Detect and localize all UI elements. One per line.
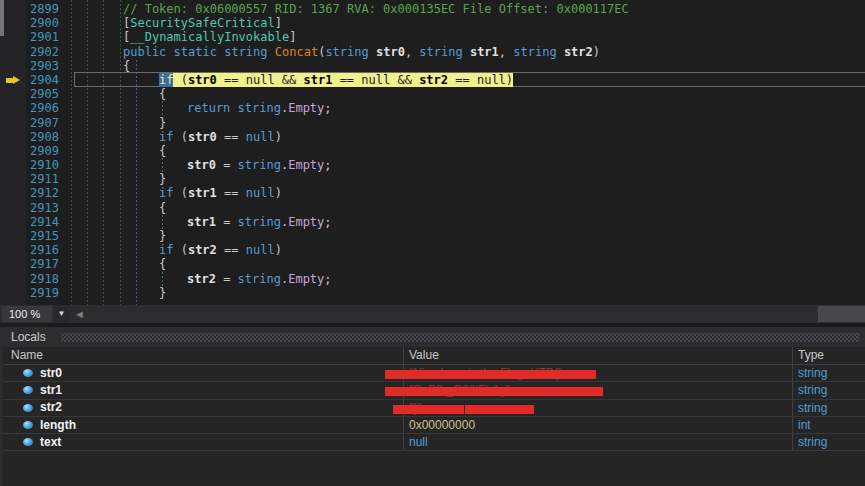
code-token: str2: [564, 45, 593, 59]
locals-panel: Locals Name Value Type str0"Nice here is…: [0, 323, 865, 486]
current-statement-keyword: if: [159, 73, 173, 87]
code-token: {: [159, 257, 166, 271]
code-line[interactable]: 2916if (str2 == null): [0, 243, 865, 257]
code-token: ): [275, 130, 282, 144]
code-line[interactable]: 2914str1 = string.Empty;: [0, 215, 865, 229]
field-icon: [23, 369, 33, 377]
code-token: str0: [187, 158, 216, 172]
variable-name-cell[interactable]: length: [3, 417, 403, 433]
column-header-name[interactable]: Name: [3, 347, 403, 364]
code-line[interactable]: 2906return string.Empty;: [0, 101, 865, 115]
code-token: str2: [419, 73, 448, 87]
code-token: [166, 45, 173, 59]
code-token: [557, 45, 564, 59]
code-line[interactable]: 2915}: [0, 229, 865, 243]
code-line[interactable]: 2909{: [0, 144, 865, 158]
code-token: public: [123, 45, 166, 59]
code-token: // Token: 0x06000557 RID: 1367 RVA: 0x00…: [123, 2, 629, 16]
line-number: 2899: [0, 2, 62, 16]
zoom-dropdown-button[interactable]: ▼: [54, 306, 69, 322]
code-token: __DynamicallyInvokable: [130, 30, 289, 44]
code-line[interactable]: 2905{: [0, 87, 865, 101]
code-token: str0: [376, 45, 405, 59]
code-token: {: [159, 201, 166, 215]
code-line[interactable]: 2910str0 = string.Empty;: [0, 158, 865, 172]
column-header-value[interactable]: Value: [403, 347, 792, 364]
line-number: 2916: [0, 243, 62, 257]
code-line[interactable]: 2918str2 = string.Empty;: [0, 272, 865, 286]
code-line[interactable]: 2912if (str1 == null): [0, 186, 865, 200]
code-line[interactable]: 2904if (str0 == null && str1 == null && …: [0, 73, 865, 87]
line-number: 2919: [0, 286, 62, 300]
locals-row[interactable]: str1"SuP3r_C00lFL4g"string: [3, 382, 865, 399]
code-token: ==: [217, 243, 246, 257]
code-token: string: [238, 101, 281, 115]
chevron-down-icon: ▼: [58, 309, 66, 318]
variable-value[interactable]: null: [403, 434, 792, 450]
line-number: 2907: [0, 116, 62, 130]
code-line[interactable]: 2913{: [0, 201, 865, 215]
variable-name: length: [40, 417, 76, 433]
locals-row[interactable]: textnullstring: [3, 434, 865, 451]
code-token: SecuritySafeCritical: [130, 16, 275, 30]
code-token: string: [325, 45, 368, 59]
code-token: ): [275, 186, 282, 200]
variable-name-cell[interactable]: str1: [3, 382, 403, 398]
variable-type: string: [792, 382, 865, 398]
editor-bottom-bar: 100 % ▼ ◄: [0, 305, 865, 323]
code-token: }: [159, 286, 166, 300]
variable-value[interactable]: 0x00000000: [403, 417, 792, 433]
line-number: 2911: [0, 172, 62, 186]
line-number: 2910: [0, 158, 62, 172]
code-token: str1: [187, 215, 216, 229]
code-line[interactable]: 2908if (str0 == null): [0, 130, 865, 144]
code-line[interactable]: 2903{: [0, 59, 865, 73]
code-token: =: [216, 158, 238, 172]
code-token: Empty: [288, 215, 324, 229]
variable-type: string: [792, 434, 865, 450]
column-header-type[interactable]: Type: [792, 347, 865, 364]
code-editor[interactable]: 2899// Token: 0x06000557 RID: 1367 RVA: …: [0, 0, 865, 305]
code-token: (: [173, 186, 187, 200]
code-token: if: [159, 243, 173, 257]
code-line[interactable]: 2907}: [0, 116, 865, 130]
code-token: {: [159, 87, 166, 101]
variable-name-cell[interactable]: str2: [3, 400, 403, 416]
code-token: str2: [188, 243, 217, 257]
scrollbar-thumb[interactable]: [818, 306, 865, 322]
locals-row[interactable]: str0"Nice here is the Flag: HTB{"string: [3, 365, 865, 382]
code-line[interactable]: 2911}: [0, 172, 865, 186]
variable-name-cell[interactable]: str0: [3, 365, 403, 381]
code-token: (: [173, 73, 187, 87]
code-token: if: [159, 130, 173, 144]
code-line[interactable]: 2902public static string Concat(string s…: [0, 45, 865, 59]
locals-row[interactable]: str2"}"string: [3, 400, 865, 417]
code-token: Empty: [288, 158, 324, 172]
field-icon: [23, 438, 33, 446]
code-token: str1: [188, 186, 217, 200]
code-token: [268, 45, 275, 59]
variable-type: string: [792, 400, 865, 416]
code-token: null: [246, 243, 275, 257]
code-line[interactable]: 2900[SecuritySafeCritical]: [0, 16, 865, 30]
code-token: (: [173, 130, 187, 144]
code-token: [230, 101, 237, 115]
code-line[interactable]: 2919}: [0, 286, 865, 300]
code-token: str1: [304, 73, 333, 87]
variable-name-cell[interactable]: text: [3, 434, 403, 450]
scrollbar-left-arrow-icon[interactable]: ◄: [74, 306, 85, 322]
code-line[interactable]: 2899// Token: 0x06000557 RID: 1367 RVA: …: [0, 2, 865, 16]
code-line[interactable]: 2917{: [0, 257, 865, 271]
zoom-level-combobox[interactable]: 100 %: [2, 306, 52, 322]
code-token: }: [159, 116, 166, 130]
line-number: 2905: [0, 87, 62, 101]
variable-name: str2: [40, 400, 62, 416]
code-token: str0: [188, 130, 217, 144]
debugger-window: 2899// Token: 0x06000557 RID: 1367 RVA: …: [0, 0, 865, 486]
locals-row[interactable]: length0x00000000int: [3, 417, 865, 434]
code-token: ==: [217, 130, 246, 144]
code-token: {: [159, 144, 166, 158]
code-token: =: [216, 215, 238, 229]
code-line[interactable]: 2901[__DynamicallyInvokable]: [0, 30, 865, 44]
code-token: == null &&: [332, 73, 419, 87]
